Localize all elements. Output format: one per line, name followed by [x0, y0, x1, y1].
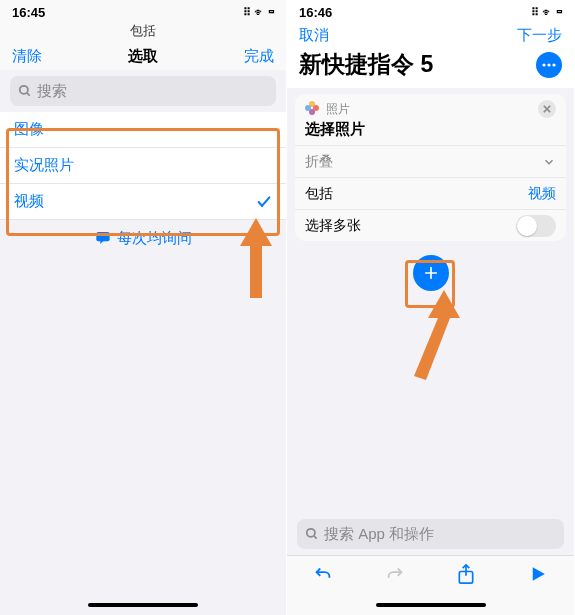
- status-bar: 16:45 ⠿ ᯤ ▭: [0, 0, 286, 22]
- search-icon: [305, 527, 319, 541]
- multi-select-toggle[interactable]: [516, 215, 556, 237]
- svg-line-14: [314, 536, 317, 539]
- row-collapse[interactable]: 折叠: [295, 145, 566, 177]
- svg-marker-12: [414, 290, 460, 380]
- next-button[interactable]: 下一步: [517, 26, 562, 45]
- more-button[interactable]: [536, 52, 562, 78]
- row-multi-select: 选择多张: [295, 209, 566, 241]
- svg-point-5: [542, 63, 545, 66]
- redo-icon: [384, 563, 406, 585]
- done-button[interactable]: 完成: [244, 47, 274, 66]
- search-input[interactable]: 搜索: [10, 76, 276, 106]
- status-time: 16:45: [12, 5, 45, 20]
- svg-marker-16: [533, 567, 545, 581]
- remove-action-button[interactable]: [538, 100, 556, 118]
- svg-point-6: [547, 63, 550, 66]
- svg-point-13: [307, 529, 315, 537]
- add-action-button[interactable]: [413, 255, 449, 291]
- picker-header: 清除 选取 完成: [0, 42, 286, 70]
- chat-icon: [95, 230, 111, 246]
- share-button[interactable]: [454, 563, 478, 589]
- ask-every-time-button[interactable]: 每次均询问: [0, 220, 286, 256]
- close-icon: [543, 105, 551, 113]
- svg-line-1: [27, 93, 30, 96]
- photos-app-icon: [305, 101, 319, 115]
- annotation-arrow: [404, 290, 464, 380]
- ask-label: 每次均询问: [117, 229, 192, 248]
- share-icon: [456, 563, 476, 585]
- option-label: 视频: [14, 192, 44, 211]
- play-button[interactable]: [526, 565, 550, 587]
- options-list: 图像 实况照片 视频: [0, 112, 286, 220]
- status-bar: 16:46 ⠿ ᯤ ▭: [287, 0, 574, 22]
- search-placeholder: 搜索 App 和操作: [324, 525, 434, 544]
- option-image[interactable]: 图像: [0, 112, 286, 148]
- redo-button[interactable]: [383, 563, 407, 589]
- nav-header: 取消 下一步: [287, 22, 574, 47]
- svg-point-0: [20, 86, 28, 94]
- undo-icon: [312, 563, 334, 585]
- status-icons: ⠿ ᯤ ▭: [531, 6, 562, 19]
- svg-rect-2: [96, 232, 109, 241]
- row-label: 选择多张: [305, 217, 361, 235]
- picker-title: 选取: [128, 47, 158, 66]
- clear-button[interactable]: 清除: [12, 47, 42, 66]
- search-actions-input[interactable]: 搜索 App 和操作: [297, 519, 564, 549]
- checkmark-icon: [256, 194, 272, 210]
- sub-header: 包括: [0, 22, 286, 42]
- cancel-button[interactable]: 取消: [299, 26, 329, 45]
- search-icon: [18, 84, 32, 98]
- chevron-down-icon: [542, 155, 556, 169]
- option-label: 实况照片: [14, 156, 74, 175]
- bottom-toolbar: [287, 555, 574, 595]
- shortcut-title[interactable]: 新快捷指令 5: [299, 49, 433, 80]
- ellipsis-icon: [542, 63, 556, 67]
- option-video[interactable]: 视频: [0, 184, 286, 220]
- plus-icon: [423, 265, 439, 281]
- home-indicator: [0, 595, 286, 615]
- home-indicator: [287, 595, 574, 615]
- row-value: 视频: [528, 185, 556, 203]
- title-row: 新快捷指令 5: [287, 47, 574, 88]
- play-icon: [529, 565, 547, 583]
- option-live-photo[interactable]: 实况照片: [0, 148, 286, 184]
- action-card: 照片 选择照片 折叠 包括 视频 选择多张: [295, 94, 566, 241]
- status-icons: ⠿ ᯤ ▭: [243, 6, 274, 19]
- undo-button[interactable]: [311, 563, 335, 589]
- option-label: 图像: [14, 120, 44, 139]
- card-title: 选择照片: [295, 118, 566, 145]
- search-placeholder: 搜索: [37, 82, 67, 101]
- row-label: 包括: [305, 185, 333, 203]
- status-time: 16:46: [299, 5, 332, 20]
- row-label: 折叠: [305, 153, 333, 171]
- svg-point-7: [552, 63, 555, 66]
- card-app-label: 照片: [305, 101, 350, 118]
- row-include[interactable]: 包括 视频: [295, 177, 566, 209]
